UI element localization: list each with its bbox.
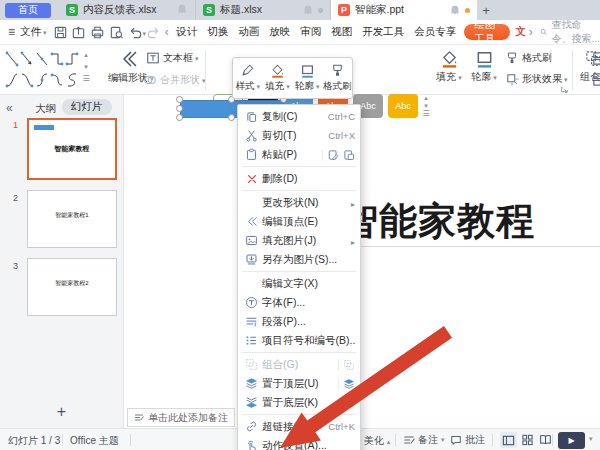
align-icon[interactable] [592, 51, 600, 66]
slide-sorter-view-icon[interactable] [521, 433, 534, 446]
doc-tab-active[interactable]: P 智能家.ppt [331, 0, 477, 20]
save-icon[interactable] [53, 25, 68, 40]
slide-canvas[interactable] [124, 95, 600, 428]
search-icon[interactable] [540, 26, 547, 38]
shape-style-chip-6[interactable]: Abc [388, 94, 418, 118]
menu-item-change-shape[interactable]: 更改形状(N) [238, 193, 360, 212]
menu-item-edit-points[interactable]: 编辑顶点(E) [238, 212, 360, 231]
comments-button[interactable]: 批注 [450, 433, 485, 447]
menu-item-copy[interactable]: 复制(C)Ctrl+C [238, 107, 360, 126]
gallery-more-icon[interactable]: ☰ [80, 73, 92, 85]
notes-bar[interactable]: 单击此处添加备注 [127, 408, 235, 427]
text-tools-badge[interactable]: 文 [515, 25, 526, 39]
redo-icon[interactable] [146, 25, 161, 40]
hamburger-icon[interactable]: ≡ [8, 25, 15, 39]
format-painter-quick-button[interactable]: 格式刷 [322, 58, 352, 98]
resize-handle-sw[interactable] [176, 114, 183, 121]
new-tab-button[interactable]: + [477, 3, 495, 18]
dialog-launcher-icon[interactable] [560, 85, 569, 94]
s-curve-shape-icon[interactable] [65, 71, 79, 89]
format-painter-button[interactable]: 格式刷 [505, 51, 552, 65]
resize-handle-w[interactable] [176, 105, 183, 112]
ribbon-tabs-scroll-right-icon[interactable] [529, 25, 533, 39]
doc-tab-1[interactable]: S 内容反馈表.xlsx [59, 0, 196, 20]
play-options-caret-icon[interactable]: ▾ [589, 435, 593, 443]
shape-effects-button[interactable]: 形状效果 [505, 72, 568, 86]
scroll-up-icon[interactable]: ▴ [421, 94, 431, 102]
resize-handle-nw[interactable] [176, 96, 183, 103]
slide-thumbnail-3[interactable]: 智能家教程2 [27, 258, 117, 316]
reading-view-icon[interactable] [539, 433, 552, 446]
scroll-down-icon[interactable]: ▾ [80, 61, 92, 73]
menu-item-paragraph[interactable]: 段落(P)... [238, 312, 360, 331]
rotate-icon[interactable] [592, 72, 600, 87]
normal-view-button[interactable] [500, 432, 517, 448]
theme-name[interactable]: Office 主题 [70, 434, 119, 448]
menu-item-bring-to-front[interactable]: 置于顶层(U) [238, 374, 360, 393]
menu-item-delete[interactable]: 删除(D) [238, 169, 360, 188]
tab-transition[interactable]: 切换 [207, 25, 228, 39]
notes-toggle-button[interactable]: 备注 ▾ [403, 433, 445, 447]
menu-item-bullets-numbering[interactable]: 项目符号和编号(B)... [238, 331, 360, 350]
line-shape-icon[interactable] [5, 50, 19, 68]
print-preview-icon[interactable] [109, 25, 124, 40]
fill-button[interactable]: 填充 [433, 49, 465, 84]
tab-animation[interactable]: 动画 [238, 25, 259, 39]
tab-slideshow[interactable]: 放映 [269, 25, 290, 39]
menu-item-cut[interactable]: 剪切(T)Ctrl+X [238, 126, 360, 145]
play-slideshow-button[interactable]: ▶ [558, 432, 585, 449]
slide-title-text[interactable]: 智能家教程 [340, 196, 535, 247]
menu-item-action-settings[interactable]: 动作设置(A)... [238, 436, 360, 450]
outline-button[interactable]: 轮廓 [468, 49, 500, 84]
style-quick-button[interactable]: 样式 [233, 58, 263, 98]
text-box-button[interactable]: 文本框 [146, 51, 199, 65]
menu-item-hyperlink[interactable]: 超链接(H)...Ctrl+K [238, 417, 360, 436]
command-search-input[interactable]: 查找命令、搜索... [552, 18, 600, 46]
collapse-panel-icon[interactable]: « [6, 101, 13, 115]
curved-connector-icon[interactable] [20, 71, 34, 89]
file-menu[interactable]: 文件 [20, 25, 47, 39]
gallery-more-icon[interactable]: ☰ [421, 110, 431, 118]
add-slide-button[interactable]: + [0, 403, 123, 421]
beautify-button[interactable]: 美化 ▴ [364, 434, 390, 448]
tab-membership[interactable]: 会员专享 [414, 25, 456, 39]
tab-view[interactable]: 视图 [331, 25, 352, 39]
menu-item-font[interactable]: 字体(F)... [238, 293, 360, 312]
outline-quick-button[interactable]: 轮廓 [293, 58, 323, 98]
line-shape-icon[interactable] [35, 50, 49, 68]
menu-item-send-to-back[interactable]: 置于底层(K) [238, 393, 360, 412]
fill-quick-button[interactable]: 填充 [263, 58, 293, 98]
menu-item-edit-text[interactable]: 编辑文字(X) [238, 274, 360, 293]
bring-forward-icon[interactable] [343, 378, 355, 390]
merge-shapes-button[interactable]: 合并形状 [143, 73, 206, 87]
elbow-connector-icon[interactable] [65, 50, 79, 68]
scroll-up-icon[interactable]: ▴ [80, 49, 92, 61]
menu-item-save-as-picture[interactable]: 另存为图片(S)... [238, 250, 360, 269]
outline-label: 轮廓 [468, 70, 500, 84]
ribbon-tabs-scroll-left-icon[interactable] [165, 25, 169, 39]
curved-connector-icon[interactable] [35, 71, 49, 89]
tab-outline[interactable]: 大纲 [35, 102, 56, 116]
curved-connector-icon[interactable] [5, 71, 19, 89]
tab-design[interactable]: 设计 [176, 25, 197, 39]
menu-item-paste[interactable]: 粘贴(P) [238, 145, 360, 164]
slide-thumbnail-2[interactable]: 智能家教程1 [27, 190, 117, 248]
tab-drawing-tools-active[interactable]: 绘图工具 [464, 24, 510, 40]
curved-connector-icon[interactable] [50, 71, 64, 89]
doc-tab-2[interactable]: S 标题.xlsx [196, 0, 331, 20]
tab-review[interactable]: 审阅 [300, 25, 321, 39]
send-backward-icon[interactable] [343, 397, 355, 409]
print-icon[interactable] [90, 25, 105, 40]
home-button[interactable]: 首页 [5, 3, 51, 18]
slide-thumbnail-1[interactable]: 智能家教程 [27, 118, 117, 180]
arrow-line-shape-icon[interactable] [20, 50, 34, 68]
menu-item-fill-picture[interactable]: 填充图片(J) [238, 231, 360, 250]
tab-slides-active[interactable]: 幻灯片 [62, 99, 112, 115]
paste-as-picture-icon[interactable] [343, 149, 355, 161]
elbow-connector-icon[interactable] [50, 50, 64, 68]
fill-color-icon [270, 63, 285, 78]
export-icon[interactable] [71, 25, 86, 40]
tab-developer[interactable]: 开发工具 [362, 25, 404, 39]
paste-special-icon[interactable] [327, 149, 339, 161]
resize-handle-s[interactable] [228, 114, 235, 121]
